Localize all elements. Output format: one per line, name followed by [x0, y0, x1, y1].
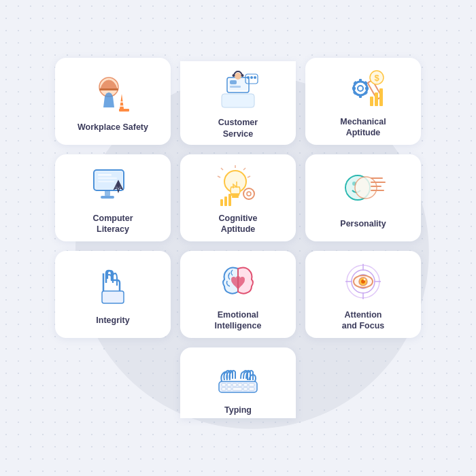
- svg-rect-85: [233, 388, 242, 390]
- card-integrity[interactable]: Integrity: [55, 251, 171, 338]
- card-label: MechanicalAptitude: [340, 116, 386, 139]
- card-label: ComputerLiteracy: [92, 213, 133, 235]
- svg-line-50: [221, 168, 223, 170]
- page-wrapper: Workplace Safety: [0, 0, 476, 476]
- svg-point-15: [250, 76, 253, 79]
- card-label: Integrity: [96, 315, 129, 326]
- brain-heart-icon: [215, 259, 261, 305]
- svg-point-75: [364, 278, 366, 280]
- svg-rect-45: [232, 196, 239, 198]
- bulb-icon: [215, 163, 261, 209]
- card-attention-focus[interactable]: Attentionand Focus: [305, 251, 421, 338]
- handshake-icon: [90, 265, 136, 311]
- svg-line-47: [243, 168, 245, 170]
- card-label: CustomerService: [218, 117, 258, 139]
- card-mechanical-aptitude[interactable]: $ MechanicalAptitude: [305, 58, 421, 145]
- svg-rect-23: [365, 87, 369, 90]
- svg-rect-80: [238, 384, 242, 386]
- card-label: Attentionand Focus: [342, 309, 385, 332]
- svg-point-12: [233, 74, 235, 77]
- svg-rect-31: [379, 88, 383, 106]
- card-label: Workplace Safety: [78, 122, 148, 133]
- card-workplace-safety[interactable]: Workplace Safety: [55, 58, 171, 145]
- svg-rect-29: [370, 97, 373, 106]
- svg-rect-9: [230, 80, 237, 84]
- svg-rect-86: [243, 388, 248, 390]
- svg-rect-40: [101, 196, 114, 199]
- svg-point-11: [235, 73, 241, 80]
- svg-rect-54: [224, 197, 227, 206]
- headset-icon: [215, 67, 261, 113]
- face-icon: [340, 168, 386, 214]
- svg-rect-84: [227, 388, 231, 390]
- svg-rect-76: [219, 381, 257, 392]
- svg-rect-36: [98, 174, 112, 176]
- computer-icon: [90, 163, 136, 209]
- svg-rect-30: [375, 92, 378, 106]
- card-label: CognitiveAptitude: [219, 213, 258, 235]
- svg-point-51: [243, 188, 254, 199]
- svg-rect-21: [359, 95, 362, 98]
- card-customer-service[interactable]: CustomerService: [180, 61, 296, 145]
- card-cognitive-aptitude[interactable]: CognitiveAptitude: [180, 154, 296, 241]
- svg-rect-1: [99, 88, 118, 90]
- svg-rect-82: [249, 384, 254, 386]
- hardhat-icon: [90, 71, 136, 118]
- svg-rect-81: [243, 384, 248, 386]
- svg-rect-87: [249, 388, 254, 390]
- svg-line-49: [218, 176, 220, 177]
- keyboard-icon: [215, 354, 261, 401]
- svg-rect-55: [228, 194, 231, 206]
- svg-rect-22: [352, 87, 356, 90]
- svg-rect-63: [102, 291, 124, 303]
- svg-rect-6: [222, 94, 254, 107]
- svg-rect-78: [227, 384, 231, 386]
- card-personality[interactable]: Personality: [305, 154, 421, 241]
- card-label: Typing: [224, 405, 252, 415]
- svg-text:$: $: [374, 73, 379, 83]
- card-label: Personality: [340, 218, 386, 229]
- svg-point-58: [355, 177, 377, 199]
- card-label: EmotionalIntelligence: [215, 309, 262, 332]
- svg-rect-10: [230, 86, 241, 88]
- svg-line-48: [248, 176, 250, 177]
- svg-rect-38: [98, 181, 114, 182]
- svg-point-19: [358, 86, 363, 91]
- svg-point-13: [241, 74, 244, 77]
- svg-rect-77: [222, 384, 226, 386]
- svg-rect-3: [119, 109, 129, 112]
- card-emotional-intelligence[interactable]: EmotionalIntelligence: [180, 251, 296, 338]
- svg-rect-37: [98, 177, 117, 179]
- card-computer-literacy[interactable]: ComputerLiteracy: [55, 154, 171, 241]
- svg-rect-53: [220, 199, 223, 206]
- svg-rect-79: [233, 384, 237, 386]
- svg-rect-44: [231, 194, 239, 196]
- svg-rect-83: [222, 388, 226, 390]
- svg-point-52: [247, 192, 251, 196]
- eye-target-icon: [340, 259, 386, 305]
- svg-rect-20: [359, 79, 362, 82]
- svg-rect-39: [105, 190, 110, 196]
- card-typing[interactable]: Typing: [180, 347, 296, 418]
- svg-point-16: [254, 76, 256, 79]
- gears-icon: $: [340, 66, 386, 112]
- svg-point-14: [247, 76, 250, 79]
